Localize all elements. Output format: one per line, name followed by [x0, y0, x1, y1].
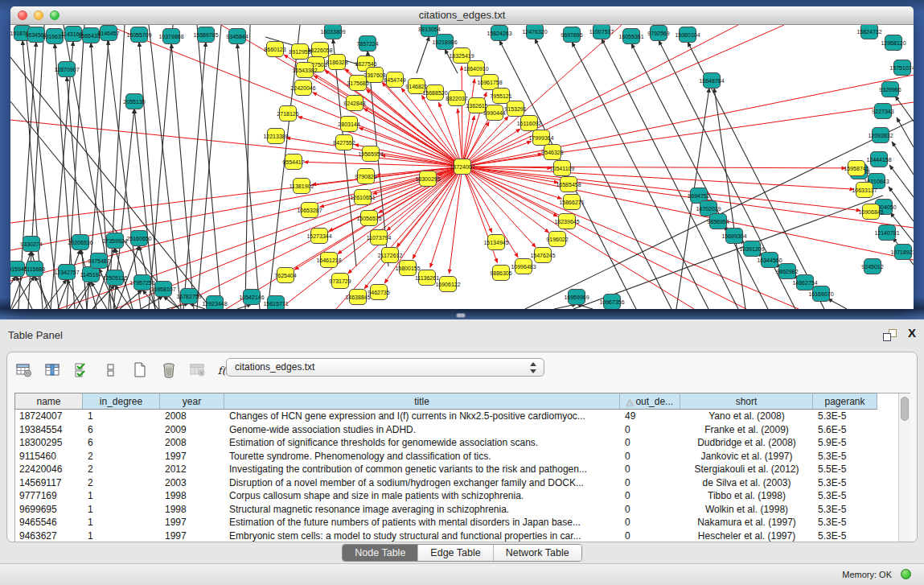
window-zoom-button[interactable] [50, 10, 60, 20]
cell-name: 9463627 [14, 529, 83, 543]
table-row[interactable]: 1830029562008Estimation of significance … [14, 436, 877, 450]
tab-node-table[interactable]: Node Table [343, 545, 417, 561]
table-row[interactable]: 946362711997Embryonic stem cells: a mode… [14, 529, 877, 543]
network-window: citations_edges.txt 19187668963450810196… [10, 6, 914, 308]
row-options-icon[interactable] [102, 361, 120, 379]
svg-text:8186328: 8186328 [326, 60, 347, 65]
cell-in-degree: 2 [83, 463, 160, 476]
network-window-titlebar[interactable]: citations_edges.txt [10, 6, 914, 25]
svg-text:12610651: 12610651 [350, 195, 375, 200]
table-row[interactable]: 1938455462009Genome-wide association stu… [14, 423, 877, 437]
svg-text:11381902: 11381902 [290, 183, 314, 189]
window-close-button[interactable] [18, 10, 27, 20]
column-header-year[interactable]: year [160, 393, 224, 410]
svg-text:10653287: 10653287 [297, 208, 322, 213]
table-row[interactable]: 946554611997Estimation of the future num… [14, 516, 877, 529]
svg-text:12093832: 12093832 [868, 133, 893, 138]
memory-status-icon [901, 569, 911, 579]
cell-pagerank: 5.3E-5 [813, 529, 877, 543]
cell-pagerank: 5.9E-5 [813, 436, 877, 450]
table-row[interactable]: 2242004622012Investigating the contribut… [14, 463, 877, 476]
select-columns-icon[interactable] [73, 361, 91, 379]
table-mode-icon[interactable] [15, 361, 33, 379]
svg-text:9196022: 9196022 [546, 237, 568, 242]
column-header-in-degree[interactable]: in_degree [83, 393, 160, 410]
svg-text:11136261: 11136261 [415, 275, 439, 281]
svg-text:7955121: 7955121 [490, 93, 511, 99]
vertical-scrollbar[interactable] [898, 393, 910, 542]
column-header-pagerank[interactable]: pagerank [813, 393, 877, 410]
svg-text:22420046: 22420046 [290, 85, 315, 91]
create-column-icon[interactable] [131, 361, 149, 379]
svg-text:18300295: 18300295 [415, 176, 440, 182]
svg-text:10633137: 10633137 [852, 187, 877, 193]
scrollbar-thumb[interactable] [901, 397, 909, 421]
network-graph-canvas[interactable]: 1918766896345081019637811431692156543349… [10, 25, 914, 309]
svg-text:11073794: 11073794 [367, 235, 392, 241]
close-panel-icon[interactable]: X [908, 326, 916, 340]
cell-title: Structural magnetic resonance image aver… [224, 503, 620, 517]
svg-text:9146821: 9146821 [405, 84, 427, 89]
delete-table-icon[interactable] [189, 361, 207, 379]
svg-text:9975487: 9975487 [88, 258, 109, 264]
cell-out-de-: 0 [620, 476, 680, 490]
dropdown-arrows-icon [530, 362, 537, 373]
table-row[interactable]: 1872400712008Changes of HCN gene express… [14, 410, 877, 423]
svg-text:10967356: 10967356 [599, 299, 624, 305]
application-window: citations_edges.txt 19187668963450810196… [0, 0, 924, 585]
svg-text:16906845: 16906845 [858, 209, 883, 215]
window-minimize-button[interactable] [34, 10, 43, 20]
svg-text:3175685: 3175685 [347, 80, 368, 86]
table-row[interactable]: 969969511998Structural magnetic resonanc… [14, 503, 877, 517]
svg-text:19565954: 19565954 [358, 151, 383, 157]
table-row[interactable]: 1456911722003Disruption of a novel membe… [14, 476, 877, 490]
svg-text:9329966: 9329966 [879, 87, 901, 93]
cell-in-degree: 1 [83, 489, 160, 503]
svg-text:8813054: 8813054 [418, 27, 440, 32]
column-header-name[interactable]: name [14, 393, 83, 410]
svg-text:15824263: 15824263 [487, 31, 511, 36]
column-header-short[interactable]: short [680, 393, 813, 410]
cell-name: 22420046 [14, 463, 83, 476]
cell-title: Disruption of a novel member of a sodium… [224, 476, 620, 490]
table-selector-dropdown[interactable]: citations_edges.txt [226, 358, 544, 377]
cell-pagerank: 5.3E-5 [813, 516, 877, 529]
memory-status-label: Memory: OK [842, 570, 892, 579]
svg-text:10718923: 10718923 [890, 249, 914, 255]
splitter-grip[interactable] [456, 313, 466, 318]
cell-name: 9699695 [14, 503, 83, 517]
cell-in-degree: 6 [83, 423, 160, 437]
cell-in-degree: 6 [83, 436, 160, 450]
column-header-out-de-[interactable]: △out_de... [620, 393, 680, 410]
svg-text:16782759: 16782759 [176, 294, 201, 299]
svg-text:9242848: 9242848 [343, 101, 365, 106]
cell-pagerank: 5.5E-5 [813, 463, 877, 476]
svg-text:9146457: 9146457 [97, 31, 119, 36]
svg-text:7625404: 7625404 [274, 273, 296, 278]
column-visibility-icon[interactable] [44, 361, 62, 379]
svg-text:18239645: 18239645 [554, 219, 579, 225]
svg-text:10379868: 10379868 [158, 34, 183, 39]
table-row[interactable]: 911546021997Tourette syndrome. Phenomeno… [14, 450, 877, 463]
float-panel-icon[interactable] [883, 329, 897, 341]
column-header-title[interactable]: title [224, 393, 620, 410]
cell-year: 1997 [160, 516, 224, 529]
svg-text:15273344: 15273344 [306, 233, 331, 239]
svg-text:16055709: 16055709 [126, 32, 151, 38]
tab-network-table[interactable]: Network Table [493, 545, 581, 561]
cell-out-de-: 0 [620, 489, 680, 503]
cell-year: 2012 [160, 463, 224, 476]
sort-ascending-icon: △ [626, 397, 633, 406]
svg-text:12213389: 12213389 [263, 134, 288, 139]
svg-text:17999364: 17999364 [528, 135, 553, 141]
cell-name: 19384554 [14, 423, 83, 437]
citation-network-graph[interactable]: 1918766896345081019637811431692156543349… [10, 25, 914, 309]
network-desktop: citations_edges.txt 19187668963450810196… [0, 0, 924, 319]
table-row[interactable]: 977716911998Corpus callosum shape and si… [14, 489, 877, 503]
cell-title: Estimation of the future numbers of pati… [224, 516, 620, 529]
delete-column-icon[interactable] [160, 361, 178, 379]
cell-year: 2008 [160, 436, 224, 450]
tab-edge-table[interactable]: Edge Table [417, 545, 492, 561]
cell-short: Wolkin et al. (1998) [680, 503, 813, 517]
svg-text:12476320: 12476320 [522, 29, 547, 35]
